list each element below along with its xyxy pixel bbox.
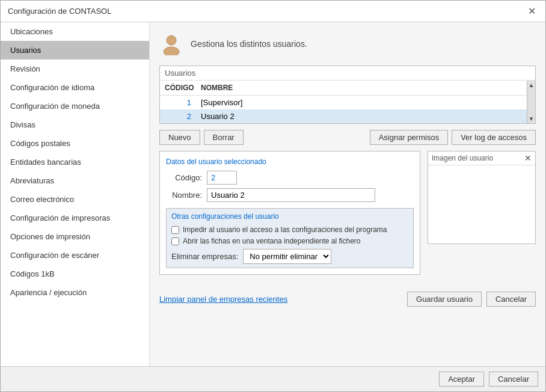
sidebar-item-revision[interactable]: Revisión	[1, 60, 149, 78]
footer-bar: Aceptar Cancelar	[1, 366, 545, 391]
sidebar: UbicacionesUsuariosRevisiónConfiguración…	[1, 22, 150, 366]
sidebar-item-ubicaciones[interactable]: Ubicaciones	[1, 22, 149, 41]
eliminar-select[interactable]: No permitir eliminarPermitir eliminarPre…	[243, 249, 331, 264]
table-scrollbar[interactable]: ▲ ▼	[527, 81, 535, 123]
nombre-row: Nombre:	[166, 188, 414, 202]
codigo-row: Código:	[166, 171, 414, 185]
eliminar-row: Eliminar empresas: No permitir eliminarP…	[171, 249, 408, 264]
sidebar-item-codigos-1kb[interactable]: Códigos 1kB	[1, 265, 149, 283]
check1-label: Impedir al usuario el acceso a las confi…	[183, 225, 387, 234]
window-title: Configuración de CONTASOL	[8, 7, 111, 16]
panel-description: Gestiona los distintos usuarios.	[191, 39, 307, 49]
eliminar-label: Eliminar empresas:	[171, 252, 238, 261]
imagen-title-bar: Imagen del usuario ✕	[428, 152, 535, 165]
sidebar-item-config-moneda[interactable]: Configuración de moneda	[1, 97, 149, 115]
footer-cancelar-button[interactable]: Cancelar	[489, 372, 538, 387]
users-icon	[159, 32, 183, 56]
table-header: CÓDIGO NOMBRE	[160, 81, 527, 96]
imagen-close-button[interactable]: ✕	[524, 153, 532, 163]
sidebar-item-codigos-postales[interactable]: Códigos postales	[1, 134, 149, 153]
sidebar-item-config-impresoras[interactable]: Configuración de impresoras	[1, 209, 149, 227]
users-section-title: Usuarios	[160, 66, 535, 81]
sidebar-item-usuarios[interactable]: Usuarios	[1, 41, 149, 60]
sidebar-item-config-idioma[interactable]: Configuración de idioma	[1, 78, 149, 97]
bottom-buttons: Guardar usuario Cancelar	[407, 292, 536, 307]
aceptar-button[interactable]: Aceptar	[439, 372, 484, 387]
title-bar: Configuración de CONTASOL ✕	[1, 1, 545, 22]
datos-title: Datos del usuario seleccionado	[166, 158, 414, 166]
users-section: Usuarios CÓDIGO NOMBRE 1[Supervisor]2Usu…	[159, 66, 536, 124]
scroll-down-arrow[interactable]: ▼	[527, 114, 536, 123]
datos-section: Datos del usuario seleccionado Código: N…	[159, 151, 420, 275]
borrar-button[interactable]: Borrar	[204, 130, 244, 145]
main-window: Configuración de CONTASOL ✕ UbicacionesU…	[0, 0, 546, 392]
asignar-button[interactable]: Asignar permisos	[370, 130, 448, 145]
right-panel: Gestiona los distintos usuarios. Usuario…	[150, 22, 545, 366]
col-codigo-header: CÓDIGO	[160, 84, 196, 92]
ver-log-button[interactable]: Ver log de accesos	[452, 130, 536, 145]
otras-section: Otras configuraciones del usuario Impedi…	[166, 208, 414, 268]
sidebar-item-correo[interactable]: Correo electrónico	[1, 190, 149, 209]
imagen-box: Imagen del usuario ✕	[428, 151, 536, 244]
check1-checkbox[interactable]	[171, 226, 179, 234]
col-nombre-header: NOMBRE	[196, 84, 527, 92]
check2-label: Abrir las fichas en una ventana independ…	[183, 237, 361, 245]
users-table-scroll[interactable]: 1[Supervisor]2Usuario 2	[160, 96, 527, 123]
bottom-row: Limpiar panel de empresas recientes Guar…	[159, 292, 536, 307]
codigo-input[interactable]	[207, 171, 237, 185]
nombre-label: Nombre:	[166, 191, 202, 200]
table-row[interactable]: 2Usuario 2	[160, 109, 527, 123]
table-row[interactable]: 1[Supervisor]	[160, 96, 527, 109]
nuevo-button[interactable]: Nuevo	[159, 130, 200, 145]
guardar-button[interactable]: Guardar usuario	[407, 292, 482, 307]
datos-imagen-row: Datos del usuario seleccionado Código: N…	[159, 151, 536, 281]
imagen-section: Imagen del usuario ✕	[428, 151, 536, 281]
svg-point-1	[164, 47, 179, 55]
table-buttons-row: Nuevo Borrar Asignar permisos Ver log de…	[159, 130, 536, 145]
sidebar-item-entidades-bancarias[interactable]: Entidades bancarias	[1, 153, 149, 171]
scroll-up-arrow[interactable]: ▲	[527, 81, 536, 90]
sidebar-item-apariencia[interactable]: Apariencia / ejecución	[1, 283, 149, 302]
check1-row: Impedir al usuario el acceso a las confi…	[171, 225, 408, 234]
otras-container: Otras configuraciones del usuario Impedi…	[166, 208, 414, 268]
check2-checkbox[interactable]	[171, 237, 179, 245]
codigo-label: Código:	[166, 173, 202, 182]
check2-row: Abrir las fichas en una ventana independ…	[171, 237, 408, 245]
sidebar-item-abreviaturas[interactable]: Abreviaturas	[1, 171, 149, 190]
nombre-input[interactable]	[207, 188, 375, 202]
sidebar-item-config-escaner[interactable]: Configuración de escáner	[1, 246, 149, 265]
sidebar-item-divisas[interactable]: Divisas	[1, 115, 149, 134]
imagen-content	[428, 165, 535, 243]
panel-header: Gestiona los distintos usuarios.	[159, 32, 536, 56]
window-close-button[interactable]: ✕	[526, 7, 538, 16]
cancelar-panel-button[interactable]: Cancelar	[486, 292, 536, 307]
sidebar-item-opciones-impresion[interactable]: Opciones de impresión	[1, 227, 149, 246]
otras-title: Otras configuraciones del usuario	[171, 212, 408, 221]
limpiar-link[interactable]: Limpiar panel de empresas recientes	[159, 295, 287, 304]
svg-point-0	[167, 35, 176, 45]
main-content: UbicacionesUsuariosRevisiónConfiguración…	[1, 22, 545, 366]
imagen-title-text: Imagen del usuario	[432, 154, 493, 162]
